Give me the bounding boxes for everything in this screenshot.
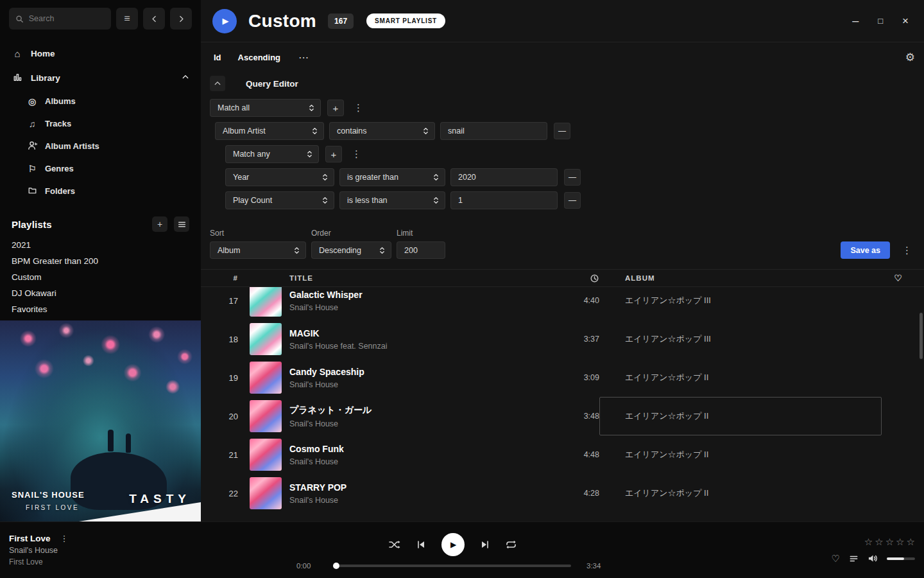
track-row[interactable]: 22 STARRY POP Snail's House 4:28 エイリアン☆ポ… xyxy=(201,474,924,512)
track-title: Cosmo Funk xyxy=(289,444,554,454)
track-album-cell[interactable]: エイリアン☆ポップ II xyxy=(599,397,882,435)
column-header-album[interactable]: ALBUM xyxy=(599,274,882,282)
track-row[interactable]: 19 Candy Spaceship Snail's House 3:09 エイ… xyxy=(201,358,924,397)
rule-operator-select[interactable]: is less than xyxy=(339,191,445,209)
track-album-cell[interactable]: エイリアン☆ポップ II xyxy=(599,435,882,474)
window-close-button[interactable]: × xyxy=(902,15,909,28)
favorite-column-icon[interactable]: ♡ xyxy=(882,273,915,283)
now-playing-artwork[interactable]: SNAIL'S HOUSE FIRST LOVE TASTY xyxy=(0,320,201,521)
rule-operator-select[interactable]: is greater than xyxy=(339,168,445,186)
sidebar-item-albums[interactable]: ◎ Albums xyxy=(0,90,201,112)
add-group-rule-button[interactable]: + xyxy=(325,146,342,162)
track-row[interactable]: 17 Galactic Whisper Snail's House 4:40 エ… xyxy=(201,287,924,320)
sort-select[interactable]: Album xyxy=(210,241,306,259)
window-minimize-button[interactable]: – xyxy=(852,14,859,28)
menu-icon: ≡ xyxy=(124,13,130,24)
search-box[interactable] xyxy=(9,8,111,30)
track-album-cell[interactable]: エイリアン☆ポップ II xyxy=(599,358,882,397)
rule-field-select[interactable]: Year xyxy=(225,168,334,186)
sidebar-item-library[interactable]: Library xyxy=(0,66,201,90)
nav-back-button[interactable] xyxy=(143,8,165,30)
menu-button[interactable]: ≡ xyxy=(116,8,138,30)
window-maximize-button[interactable]: □ xyxy=(878,16,883,26)
playlist-view-button[interactable] xyxy=(174,216,189,232)
track-row[interactable]: 20 プラネット・ガール Snail's House 3:48 エイリアン☆ポッ… xyxy=(201,397,924,435)
track-row[interactable]: 18 MAGIK Snail's House feat. Sennzai 3:3… xyxy=(201,320,924,358)
rule-value-input[interactable] xyxy=(450,191,558,209)
star-icon[interactable]: ☆ xyxy=(907,536,915,548)
previous-button[interactable] xyxy=(416,539,426,550)
search-input[interactable] xyxy=(29,14,105,23)
queue-button[interactable] xyxy=(849,554,859,563)
track-row[interactable]: 21 Cosmo Funk Snail's House 4:48 エイリアン☆ポ… xyxy=(201,435,924,474)
limit-input[interactable] xyxy=(397,241,445,259)
library-collapse-icon[interactable] xyxy=(182,73,189,83)
track-album-cell[interactable]: エイリアン☆ポップ II xyxy=(599,474,882,512)
sidebar-item-album-artists[interactable]: Album Artists xyxy=(0,135,201,157)
rule-field-select[interactable]: Album Artist xyxy=(215,122,324,140)
now-playing-title[interactable]: First Love xyxy=(9,534,51,543)
repeat-button[interactable] xyxy=(506,539,517,550)
playlist-item[interactable]: DJ Okawari xyxy=(0,285,201,301)
shuffle-icon xyxy=(389,539,400,550)
group-match-select[interactable]: Match any xyxy=(225,145,319,163)
now-playing-album[interactable]: First Love xyxy=(9,557,201,566)
duration-column-icon[interactable] xyxy=(554,274,599,283)
rule-operator-value: is greater than xyxy=(347,173,398,182)
star-icon[interactable]: ☆ xyxy=(875,536,883,548)
window-controls: – □ × xyxy=(852,14,912,28)
rule-field-select[interactable]: Play Count xyxy=(225,191,334,209)
play-pause-button[interactable]: ▶ xyxy=(441,533,465,556)
root-match-select[interactable]: Match all xyxy=(210,99,321,117)
favorite-button[interactable]: ♡ xyxy=(832,553,840,565)
add-playlist-button[interactable]: + xyxy=(152,216,167,232)
playlist-item[interactable]: BPM Greater than 200 xyxy=(0,253,201,269)
volume-slider[interactable] xyxy=(887,557,915,560)
remove-rule-button[interactable]: — xyxy=(554,123,570,139)
rule-operator-select[interactable]: contains xyxy=(329,122,435,140)
track-options-button[interactable]: ⋮ xyxy=(57,534,72,543)
remove-rule-button[interactable]: — xyxy=(564,192,581,209)
play-playlist-button[interactable]: ▶ xyxy=(212,9,237,33)
save-as-button[interactable]: Save as xyxy=(841,241,890,259)
seek-knob[interactable] xyxy=(333,563,339,569)
track-album-cell[interactable]: エイリアン☆ポップ III xyxy=(599,320,882,358)
star-icon[interactable]: ☆ xyxy=(886,536,894,548)
remove-rule-button[interactable]: — xyxy=(564,169,581,186)
sidebar-item-folders[interactable]: Folders xyxy=(0,180,201,202)
playlist-item[interactable]: 2021 xyxy=(0,237,201,253)
playlist-item[interactable]: Custom xyxy=(0,269,201,285)
play-icon: ▶ xyxy=(223,16,229,26)
group-menu-button[interactable]: ⋮ xyxy=(348,148,364,160)
sidebar-item-home[interactable]: ⌂ Home xyxy=(0,41,201,66)
select-caret-icon xyxy=(379,246,385,255)
next-button[interactable] xyxy=(480,539,490,550)
settings-gear-button[interactable]: ⚙ xyxy=(905,51,915,64)
save-menu-button[interactable]: ⋮ xyxy=(899,241,915,259)
rule-value-input[interactable] xyxy=(440,122,547,140)
volume-button[interactable] xyxy=(868,554,878,563)
rule-group-menu-button[interactable]: ⋮ xyxy=(350,102,366,114)
now-playing-artist[interactable]: Snail's House xyxy=(9,546,201,555)
sort-direction-button[interactable]: Ascending xyxy=(234,53,284,62)
track-album-cell[interactable]: エイリアン☆ポップ III xyxy=(599,287,882,320)
order-select[interactable]: Descending xyxy=(311,241,391,259)
column-header-number[interactable]: # xyxy=(210,274,241,282)
scrollbar-thumb[interactable] xyxy=(920,313,923,359)
add-rule-button[interactable]: + xyxy=(327,100,344,116)
playlist-item[interactable]: Favorites xyxy=(0,301,201,317)
star-icon[interactable]: ☆ xyxy=(896,536,904,548)
seek-slider[interactable] xyxy=(334,565,571,567)
column-header-title[interactable]: TITLE xyxy=(282,274,554,282)
more-options-button[interactable]: ⋯ xyxy=(298,51,310,64)
artwork-figure-left xyxy=(108,430,114,451)
sidebar-item-genres[interactable]: ⚐ Genres xyxy=(0,157,201,180)
query-editor-collapse-button[interactable] xyxy=(210,76,225,91)
sidebar-item-tracks[interactable]: ♫ Tracks xyxy=(0,112,201,135)
sort-field-button[interactable]: Id xyxy=(210,53,225,62)
star-icon[interactable]: ☆ xyxy=(864,536,873,548)
nav-forward-button[interactable] xyxy=(170,8,192,30)
time-total: 3:34 xyxy=(586,562,608,570)
rule-value-input[interactable] xyxy=(450,168,558,186)
shuffle-button[interactable] xyxy=(389,539,400,550)
